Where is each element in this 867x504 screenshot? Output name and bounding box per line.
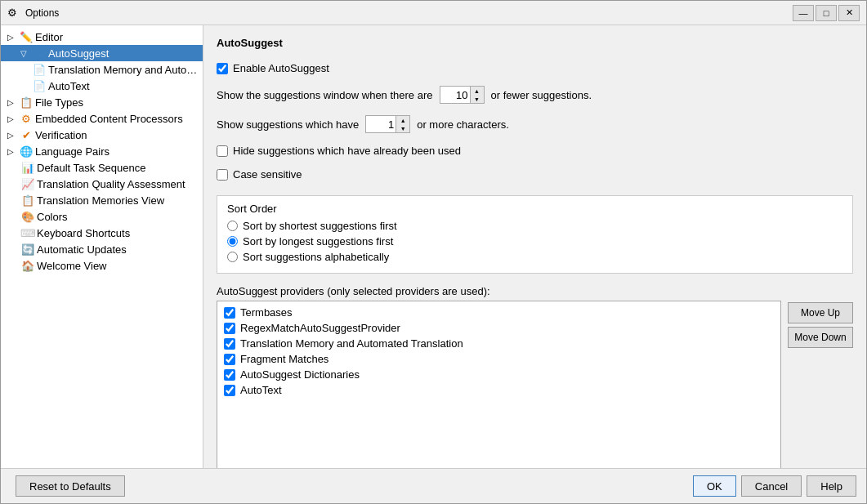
provider-regex-checkbox[interactable] [224,323,235,334]
options-window: ⚙ Options — □ ✕ ▷ ✏️ Editor ▽ 🗨 AutoSugg… [0,0,867,504]
tm-icon: 📄 [33,63,46,76]
maximize-button[interactable]: □ [816,5,837,21]
sort-order-box: Sort Order Sort by shortest suggestions … [217,195,853,274]
sidebar-item-lang-pairs[interactable]: ▷ 🌐 Language Pairs [1,143,203,159]
footer-left: Reset to Defaults [11,475,688,497]
sidebar-item-tm-automated[interactable]: 📄 Translation Memory and Automated Tr... [1,61,203,78]
help-button[interactable]: Help [807,475,856,497]
sidebar-item-autosuggest[interactable]: ▽ 🗨 AutoSuggest [1,45,203,61]
embedded-icon: ⚙ [20,112,33,125]
hide-used-checkbox[interactable] [217,145,228,157]
sidebar-item-editor[interactable]: ▷ ✏️ Editor [1,29,203,45]
sidebar: ▷ ✏️ Editor ▽ 🗨 AutoSuggest 📄 Translatio… [1,25,203,468]
file-types-icon: 📋 [20,96,33,109]
ok-button[interactable]: OK [693,475,736,497]
list-item: Termbases [221,305,777,320]
expand-editor-icon: ▷ [4,30,17,43]
cancel-button[interactable]: Cancel [741,475,802,497]
show-suggestions-up[interactable]: ▲ [471,87,484,95]
sidebar-item-label: Keyboard Shortcuts [37,227,199,239]
provider-label: Fragment Matches [240,353,328,365]
provider-label: AutoSuggest Dictionaries [240,368,360,381]
sidebar-item-label: Colors [37,211,199,223]
show-chars-down[interactable]: ▼ [396,124,409,132]
tqa-icon: 📈 [21,177,34,190]
enable-autosuggest-row: Enable AutoSuggest [217,62,853,74]
verification-icon: ✔ [20,128,33,141]
sidebar-item-embedded[interactable]: ▷ ⚙ Embedded Content Processors [1,110,203,127]
colors-icon: 🎨 [21,210,34,223]
sidebar-item-autotext[interactable]: 📄 AutoText [1,78,203,94]
list-item: RegexMatchAutoSuggestProvider [221,320,777,336]
sort-alpha-radio[interactable] [227,252,238,262]
show-suggestions-spinbtns: ▲ ▼ [470,87,484,103]
lang-pairs-icon: 🌐 [20,145,33,158]
minimize-button[interactable]: — [793,5,814,21]
sidebar-item-label: Translation Quality Assessment [37,178,199,190]
sidebar-item-file-types[interactable]: ▷ 📋 File Types [1,94,203,110]
show-suggestions-input[interactable] [440,87,470,103]
sort-shortest-radio[interactable] [227,221,238,231]
provider-dict-checkbox[interactable] [224,369,235,381]
provider-fragment-checkbox[interactable] [224,354,235,365]
expand-filetypes-icon: ▷ [4,96,17,109]
list-item: AutoSuggest Dictionaries [221,367,777,382]
show-chars-up[interactable]: ▲ [396,116,409,124]
keyboard-icon: ⌨ [21,226,34,239]
move-down-button[interactable]: Move Down [788,327,853,348]
provider-label: AutoText [240,384,282,396]
sidebar-item-task-seq[interactable]: 📊 Default Task Sequence [1,159,203,176]
sidebar-item-label: Language Pairs [35,145,199,158]
sort-longest-label: Sort by longest suggestions first [243,235,393,248]
sidebar-item-colors[interactable]: 🎨 Colors [1,208,203,225]
sidebar-item-label: File Types [35,96,199,109]
move-up-button[interactable]: Move Up [788,302,853,323]
show-chars-spinbtns: ▲ ▼ [396,116,409,132]
section-title: AutoSuggest [217,37,853,49]
show-suggestions-suffix: or fewer suggestions. [491,89,592,101]
provider-label: Termbases [240,306,293,319]
show-suggestions-spinner: ▲ ▼ [440,86,485,104]
move-buttons: Move Up Move Down [788,301,853,468]
window-title: Options [25,7,793,19]
provider-autotext-checkbox[interactable] [224,385,235,396]
sidebar-item-welcome[interactable]: 🏠 Welcome View [1,257,203,274]
provider-label: Translation Memory and Automated Transla… [240,337,463,350]
sort-alpha-row: Sort suggestions alphabetically [227,251,842,263]
sort-shortest-label: Sort by shortest suggestions first [243,220,397,232]
sidebar-item-keyboard[interactable]: ⌨ Keyboard Shortcuts [1,225,203,241]
enable-autosuggest-label: Enable AutoSuggest [233,62,329,74]
sidebar-item-tm-view[interactable]: 📋 Translation Memories View [1,192,203,208]
sidebar-item-label: Embedded Content Processors [35,113,199,125]
sort-shortest-row: Sort by shortest suggestions first [227,220,842,232]
sidebar-item-tqa[interactable]: 📈 Translation Quality Assessment [1,176,203,192]
list-item: Fragment Matches [221,351,777,367]
case-sensitive-label: Case sensitive [233,168,302,181]
updates-icon: 🔄 [21,243,34,256]
content-area: ▷ ✏️ Editor ▽ 🗨 AutoSuggest 📄 Translatio… [1,25,866,468]
show-chars-spinner: ▲ ▼ [365,115,410,133]
sidebar-item-updates[interactable]: 🔄 Automatic Updates [1,241,203,257]
welcome-icon: 🏠 [21,259,34,272]
show-suggestions-row: Show the suggestions window when there a… [217,86,853,104]
sidebar-item-verification[interactable]: ▷ ✔ Verification [1,127,203,143]
show-suggestions-prefix: Show the suggestions window when there a… [217,89,433,101]
providers-section: AutoSuggest providers (only selected pro… [217,285,853,468]
reset-button[interactable]: Reset to Defaults [16,475,125,497]
providers-list: Termbases RegexMatchAutoSuggestProvider … [217,301,781,468]
footer: Reset to Defaults OK Cancel Help [1,468,866,503]
sort-longest-row: Sort by longest suggestions first [227,235,842,248]
enable-autosuggest-checkbox[interactable] [217,63,228,74]
list-item: Translation Memory and Automated Transla… [221,336,777,351]
providers-layout: Termbases RegexMatchAutoSuggestProvider … [217,301,853,468]
sort-longest-radio[interactable] [227,236,238,247]
autotext-icon: 📄 [33,79,46,92]
case-sensitive-checkbox[interactable] [217,169,228,181]
provider-tm-checkbox[interactable] [224,338,235,350]
show-chars-input[interactable] [366,116,396,132]
show-suggestions-down[interactable]: ▼ [471,95,484,103]
sidebar-item-label: Default Task Sequence [37,162,199,174]
provider-termbases-checkbox[interactable] [224,307,235,319]
hide-used-row: Hide suggestions which have already been… [217,145,853,157]
close-button[interactable]: ✕ [838,5,860,21]
